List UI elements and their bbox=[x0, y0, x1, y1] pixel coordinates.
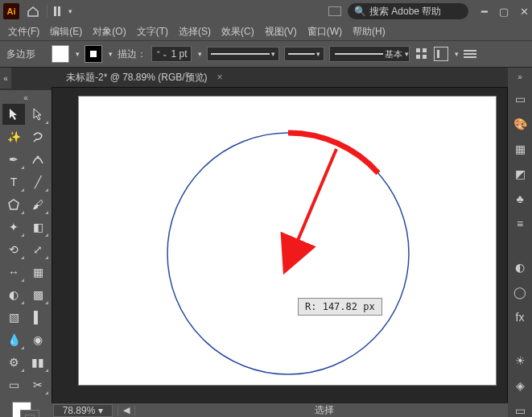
search-icon: 🔍 bbox=[354, 6, 366, 17]
arrange-documents-icon[interactable] bbox=[54, 6, 60, 16]
status-bar: 78.89%▾ ◀ 选择 bbox=[52, 403, 508, 417]
menu-effect[interactable]: 效果(C) bbox=[217, 23, 259, 40]
radius-tooltip: R: 147.82 px bbox=[298, 298, 382, 316]
selection-tool[interactable] bbox=[2, 104, 25, 125]
asset-export-panel-icon[interactable]: ◈ bbox=[513, 378, 527, 392]
title-bar: Ai ▾ 🔍搜索 Adobe 帮助 ━ ▢ ✕ bbox=[0, 0, 532, 23]
chevron-down-icon[interactable]: ▾ bbox=[68, 7, 72, 15]
eraser-tool[interactable]: ◧ bbox=[27, 217, 49, 237]
document-tab[interactable]: 未标题-2* @ 78.89% (RGB/预览)× bbox=[66, 71, 223, 85]
chevron-down-icon[interactable]: ▾ bbox=[109, 50, 113, 58]
free-transform-tool[interactable]: ▦ bbox=[27, 262, 49, 283]
scale-tool[interactable]: ⤢ bbox=[27, 239, 49, 260]
stroke-panel-icon[interactable]: ≡ bbox=[513, 217, 527, 230]
blend-tool[interactable]: ◉ bbox=[27, 329, 49, 350]
drawing bbox=[79, 97, 497, 386]
fill-stroke-control[interactable] bbox=[12, 402, 39, 417]
menu-file[interactable]: 文件(F) bbox=[3, 23, 44, 40]
panel-collapse-icon[interactable]: » bbox=[518, 72, 522, 81]
control-bar: 多边形 ▾ ▾ 描边： ⌃⌄1 pt▾ ▾ ▾ 基本▾ ▾ bbox=[0, 40, 532, 68]
stroke-dash-dropdown[interactable]: ▾ bbox=[207, 47, 279, 61]
symbol-sprayer-tool[interactable]: ⚙ bbox=[2, 352, 25, 373]
curvature-tool[interactable] bbox=[27, 149, 49, 170]
stroke-swatch[interactable] bbox=[85, 45, 102, 63]
panel-collapse-icon[interactable]: « bbox=[0, 93, 52, 102]
properties-panel-icon[interactable]: ▭ bbox=[513, 93, 527, 106]
menu-type[interactable]: 文字(T) bbox=[132, 23, 173, 40]
shape-label: 多边形 bbox=[6, 47, 47, 61]
chevron-down-icon[interactable]: ▾ bbox=[455, 50, 459, 58]
panel-menu-icon[interactable] bbox=[464, 50, 476, 58]
divider bbox=[47, 5, 47, 18]
close-tab-icon[interactable]: × bbox=[217, 72, 223, 83]
nav-prev-icon[interactable]: ◀ bbox=[123, 405, 130, 415]
menu-object[interactable]: 对象(O) bbox=[88, 23, 130, 40]
arrow-annotation bbox=[295, 149, 336, 248]
brush-profile-dropdown[interactable]: 基本▾ bbox=[329, 46, 410, 62]
stroke-box[interactable] bbox=[20, 410, 39, 417]
transparency-icon[interactable] bbox=[414, 47, 429, 61]
chevron-down-icon[interactable]: ▾ bbox=[198, 50, 202, 58]
pen-tool[interactable]: ✒ bbox=[2, 149, 25, 170]
menu-view[interactable]: 视图(V) bbox=[260, 23, 302, 40]
fill-swatch[interactable] bbox=[52, 45, 69, 63]
artboard-tool[interactable]: ▭ bbox=[2, 374, 25, 395]
rotate-tool[interactable]: ⟲ bbox=[2, 239, 25, 260]
workspace-icon[interactable] bbox=[328, 6, 341, 16]
window-controls: ━ ▢ ✕ bbox=[481, 6, 529, 18]
minimize-button[interactable]: ━ bbox=[481, 6, 488, 18]
type-tool[interactable]: T bbox=[2, 171, 25, 192]
stroke-weight-input[interactable]: ⌃⌄1 pt bbox=[151, 46, 192, 62]
polygon-tool[interactable] bbox=[2, 194, 25, 215]
align-icon[interactable] bbox=[434, 47, 448, 61]
eyedropper-tool[interactable]: 💧 bbox=[2, 329, 25, 350]
menu-select[interactable]: 选择(S) bbox=[174, 23, 216, 40]
menu-edit[interactable]: 编辑(E) bbox=[45, 23, 87, 40]
right-dock: » ▭ 🎨 ▦ ◩ ♣ ≡ ◐ ◯ fx ☀ ◈ ▭ bbox=[508, 68, 532, 417]
gradient-tool[interactable]: ▌ bbox=[27, 307, 49, 328]
brushes-panel-icon[interactable]: ◩ bbox=[513, 167, 527, 181]
menu-window[interactable]: 窗口(W) bbox=[303, 23, 347, 40]
search-input[interactable]: 🔍搜索 Adobe 帮助 bbox=[348, 3, 468, 19]
perspective-grid-tool[interactable]: ▩ bbox=[27, 284, 49, 305]
paintbrush-tool[interactable]: 🖌 bbox=[27, 194, 49, 215]
line-tool[interactable]: ╱ bbox=[27, 171, 49, 192]
status-selection: 选择 bbox=[140, 403, 508, 417]
shape-builder-tool[interactable]: ◐ bbox=[2, 284, 25, 305]
svg-point-0 bbox=[37, 156, 39, 159]
maximize-button[interactable]: ▢ bbox=[499, 6, 509, 18]
column-graph-tool[interactable]: ▮▮ bbox=[27, 352, 49, 373]
document-tab-bar: 未标题-2* @ 78.89% (RGB/预览)× bbox=[61, 68, 508, 87]
menu-help[interactable]: 帮助(H) bbox=[348, 23, 390, 40]
panel-toggle-left[interactable]: « bbox=[0, 68, 11, 89]
app-logo: Ai bbox=[3, 3, 19, 19]
zoom-input[interactable]: 78.89%▾ bbox=[53, 404, 113, 417]
symbols-panel-icon[interactable]: ♣ bbox=[513, 192, 527, 205]
artboard[interactable]: R: 147.82 px bbox=[78, 96, 497, 386]
svg-marker-1 bbox=[9, 200, 19, 209]
graphic-styles-panel-icon[interactable]: fx bbox=[513, 310, 527, 324]
artboards-panel-icon[interactable]: ▭ bbox=[513, 403, 527, 417]
swatches-panel-icon[interactable]: ▦ bbox=[513, 142, 527, 156]
canvas[interactable]: R: 147.82 px bbox=[52, 87, 508, 404]
svg-point-2 bbox=[287, 255, 290, 258]
color-panel-icon[interactable]: 🎨 bbox=[513, 118, 527, 131]
search-placeholder: 搜索 Adobe 帮助 bbox=[369, 5, 441, 19]
chevron-down-icon[interactable]: ▾ bbox=[76, 50, 80, 58]
stroke-arrow-dropdown[interactable]: ▾ bbox=[284, 47, 324, 61]
appearance-panel-icon[interactable]: ◯ bbox=[513, 285, 527, 299]
mesh-tool[interactable]: ▧ bbox=[2, 307, 25, 328]
home-icon[interactable] bbox=[26, 4, 40, 19]
menu-bar: 文件(F) 编辑(E) 对象(O) 文字(T) 选择(S) 效果(C) 视图(V… bbox=[0, 23, 532, 40]
tools-panel: « ✨ ✒ T ╱ 🖌 ✦ ◧ ⟲ ⤢ ↔ ▦ ◐ ▩ ▧ ▌ 💧 ◉ ⚙ ▮▮… bbox=[0, 90, 52, 417]
slice-tool[interactable]: ✂ bbox=[27, 374, 49, 395]
direct-selection-tool[interactable] bbox=[27, 104, 49, 125]
width-tool[interactable]: ↔ bbox=[2, 262, 25, 283]
lasso-tool[interactable] bbox=[27, 126, 49, 147]
layers-panel-icon[interactable]: ☀ bbox=[513, 353, 527, 367]
transparency-panel-icon[interactable]: ◐ bbox=[513, 261, 527, 275]
shaper-tool[interactable]: ✦ bbox=[2, 217, 25, 237]
magic-wand-tool[interactable]: ✨ bbox=[2, 126, 25, 147]
close-button[interactable]: ✕ bbox=[520, 6, 529, 18]
stroke-label: 描边： bbox=[118, 47, 146, 61]
